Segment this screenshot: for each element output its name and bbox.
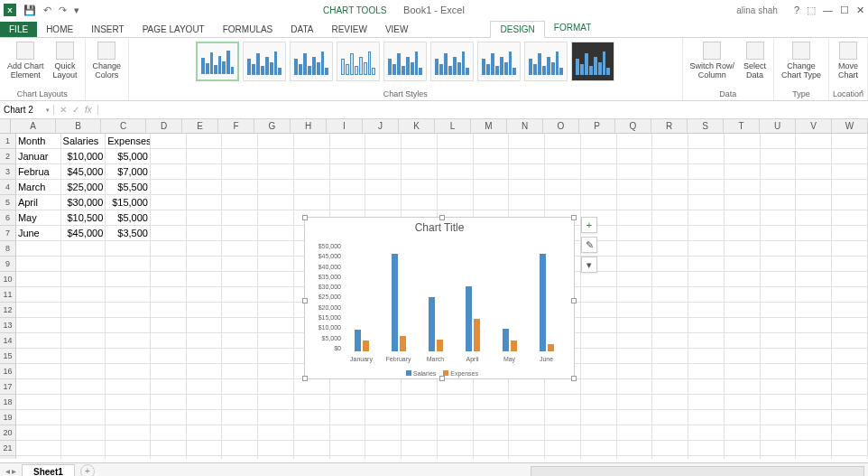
resize-handle[interactable] (571, 215, 577, 220)
cell[interactable] (222, 272, 258, 287)
cell[interactable] (258, 164, 294, 180)
chart-style-thumbnail[interactable] (383, 42, 427, 81)
chart-style-thumbnail[interactable] (290, 42, 333, 81)
cell[interactable] (330, 149, 366, 164)
cell[interactable] (796, 318, 832, 333)
row-header[interactable]: 21 (0, 441, 16, 456)
chart-style-thumbnail[interactable] (337, 42, 380, 81)
cell[interactable] (796, 395, 832, 410)
column-header[interactable]: W (832, 119, 868, 133)
cell[interactable] (581, 395, 617, 410)
cell[interactable] (688, 456, 725, 459)
sheet-nav-prev-icon[interactable]: ◂ (5, 466, 10, 476)
cell[interactable] (688, 180, 725, 195)
cell[interactable] (222, 164, 258, 180)
cell[interactable] (474, 379, 510, 395)
cell[interactable] (187, 195, 223, 210)
cell[interactable]: $3,500 (106, 226, 151, 241)
cell[interactable] (761, 226, 797, 241)
row-header[interactable]: 4 (0, 180, 16, 195)
cell[interactable] (402, 410, 438, 425)
cell[interactable] (832, 333, 868, 349)
cell[interactable] (438, 149, 474, 164)
cell[interactable]: $45,000 (61, 226, 106, 241)
cell[interactable] (258, 395, 294, 410)
row-header[interactable]: 13 (0, 318, 16, 333)
add-chart-element-button[interactable]: Add Chart Element (4, 40, 48, 81)
cell[interactable] (725, 456, 761, 459)
cell[interactable] (652, 425, 688, 441)
cell[interactable] (222, 425, 258, 441)
column-header[interactable]: L (435, 119, 471, 133)
cell[interactable] (761, 257, 797, 272)
cell[interactable] (832, 257, 868, 272)
cell[interactable] (402, 441, 438, 456)
cell[interactable]: $45,000 (61, 164, 106, 180)
cell[interactable] (761, 287, 797, 303)
cell[interactable] (402, 379, 438, 395)
column-header[interactable]: U (760, 119, 796, 133)
cell[interactable] (652, 410, 688, 425)
cell[interactable] (16, 410, 61, 425)
row-header[interactable]: 22 (0, 456, 16, 459)
cell[interactable] (761, 180, 797, 195)
resize-handle[interactable] (571, 298, 577, 303)
cell[interactable] (688, 195, 725, 210)
cell[interactable] (725, 441, 761, 456)
row-header[interactable]: 20 (0, 425, 16, 441)
cell[interactable] (402, 180, 438, 195)
cell[interactable] (581, 364, 617, 379)
cell[interactable] (222, 210, 258, 226)
cell[interactable] (474, 134, 510, 149)
cell[interactable] (16, 272, 61, 287)
cell[interactable] (151, 149, 187, 164)
cell[interactable] (187, 164, 223, 180)
cell[interactable] (545, 164, 581, 180)
cell[interactable] (258, 318, 294, 333)
cell[interactable] (106, 395, 151, 410)
cell[interactable] (16, 349, 61, 364)
cell[interactable] (258, 333, 294, 349)
chart-legend[interactable]: Salaries Expenses (305, 370, 574, 377)
cell[interactable] (438, 441, 474, 456)
cell[interactable] (438, 195, 474, 210)
cell[interactable] (617, 149, 653, 164)
name-box[interactable]: Chart 2▾ (0, 105, 54, 115)
cell[interactable] (761, 379, 797, 395)
cell[interactable] (258, 379, 294, 395)
cell[interactable] (725, 134, 761, 149)
collapse-ribbon-icon[interactable]: ˄ (860, 89, 864, 98)
cell[interactable] (725, 318, 761, 333)
cell[interactable] (725, 164, 761, 180)
cell[interactable] (222, 456, 258, 459)
cell[interactable] (832, 364, 868, 379)
cell[interactable] (581, 318, 617, 333)
embedded-chart[interactable]: Chart Title $50,000$45,000$40,000$35,000… (304, 217, 575, 379)
row-header[interactable]: 16 (0, 364, 16, 379)
row-header[interactable]: 3 (0, 164, 16, 180)
cell[interactable] (796, 272, 832, 287)
cell[interactable] (438, 379, 474, 395)
cell[interactable] (581, 287, 617, 303)
cell[interactable] (545, 410, 581, 425)
cell[interactable] (438, 456, 474, 459)
row-header[interactable]: 1 (0, 134, 16, 149)
cell[interactable] (761, 333, 797, 349)
cell[interactable] (761, 164, 797, 180)
cell[interactable] (688, 318, 725, 333)
cell[interactable] (761, 134, 797, 149)
column-header[interactable]: R (651, 119, 688, 133)
cancel-formula-icon[interactable]: ✕ (60, 105, 67, 115)
fx-icon[interactable]: fx (85, 105, 92, 115)
cell[interactable] (365, 410, 402, 425)
cell[interactable] (151, 257, 187, 272)
cell[interactable] (258, 210, 294, 226)
cell[interactable] (16, 318, 61, 333)
cell[interactable] (652, 303, 688, 318)
column-header[interactable]: P (579, 119, 615, 133)
cell[interactable] (617, 303, 653, 318)
cell[interactable] (761, 272, 797, 287)
chart-plot-area[interactable] (343, 243, 565, 351)
cell[interactable] (581, 441, 617, 456)
cell[interactable] (222, 241, 258, 257)
